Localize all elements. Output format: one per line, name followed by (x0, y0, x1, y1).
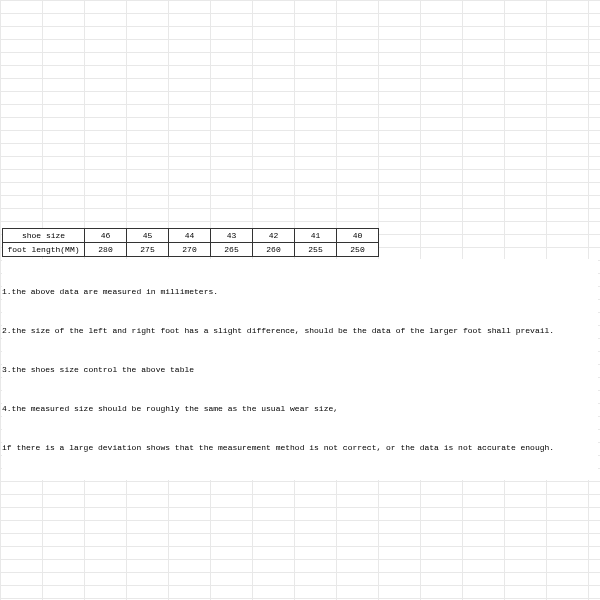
content-area: shoe size 46 45 44 43 42 41 40 foot leng… (2, 228, 598, 480)
length-cell: 270 (169, 243, 211, 257)
row-label-shoe-size: shoe size (3, 229, 85, 243)
size-cell: 44 (169, 229, 211, 243)
length-cell: 275 (127, 243, 169, 257)
note-line: 4.the measured size should be roughly th… (2, 402, 598, 415)
size-cell: 42 (253, 229, 295, 243)
length-cell: 255 (295, 243, 337, 257)
note-line: 2.the size of the left and right foot ha… (2, 324, 598, 337)
size-cell: 40 (337, 229, 379, 243)
notes-block: 1.the above data are measured in millime… (2, 259, 598, 480)
table-row: shoe size 46 45 44 43 42 41 40 (3, 229, 379, 243)
length-cell: 265 (211, 243, 253, 257)
length-cell: 260 (253, 243, 295, 257)
row-label-foot-length: foot length(MM) (3, 243, 85, 257)
length-cell: 280 (85, 243, 127, 257)
note-line: 1.the above data are measured in millime… (2, 285, 598, 298)
size-cell: 41 (295, 229, 337, 243)
size-cell: 46 (85, 229, 127, 243)
size-cell: 45 (127, 229, 169, 243)
size-table: shoe size 46 45 44 43 42 41 40 foot leng… (2, 228, 379, 257)
size-cell: 43 (211, 229, 253, 243)
table-row: foot length(MM) 280 275 270 265 260 255 … (3, 243, 379, 257)
note-line: if there is a large deviation shows that… (2, 441, 598, 454)
note-line: 3.the shoes size control the above table (2, 363, 598, 376)
length-cell: 250 (337, 243, 379, 257)
